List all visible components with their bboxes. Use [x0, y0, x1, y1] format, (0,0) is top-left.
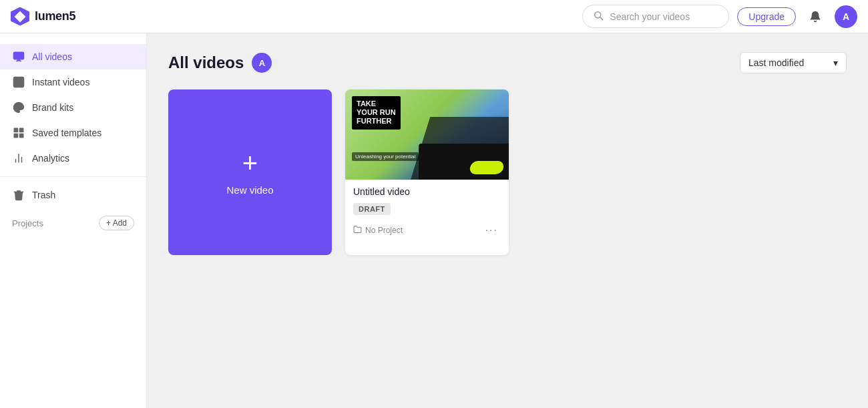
project-name: No Project	[365, 226, 403, 235]
title-row: All videos A	[168, 53, 272, 73]
sidebar-label-analytics: Analytics	[32, 153, 69, 164]
add-project-button[interactable]: + Add	[99, 216, 134, 230]
search-bar[interactable]: Search your videos	[582, 5, 729, 28]
sidebar-label-brand-kits: Brand kits	[32, 102, 73, 113]
upgrade-button[interactable]: Upgrade	[737, 7, 796, 26]
thumbnail-text: TAKEYOUR RUNFURTHER	[352, 96, 401, 130]
user-avatar[interactable]: A	[835, 5, 857, 28]
title-avatar: A	[252, 53, 272, 73]
sidebar-item-all-videos[interactable]: All videos	[0, 44, 146, 69]
sidebar-label-instant-videos: Instant videos	[32, 77, 89, 87]
app-header: lumen5 Search your videos Upgrade A	[0, 0, 868, 33]
plus-icon: +	[242, 150, 258, 176]
header-actions: Search your videos Upgrade A	[582, 5, 857, 28]
sidebar-label-saved-templates: Saved templates	[32, 128, 101, 138]
film-icon	[12, 76, 25, 88]
chevron-down-icon: ▾	[833, 57, 838, 68]
new-video-label: New video	[226, 184, 273, 196]
sidebar-label-all-videos: All videos	[32, 51, 72, 62]
more-options-button[interactable]: ···	[483, 223, 501, 238]
sidebar: All videos Instant videos Brand kits	[0, 33, 147, 408]
draft-badge: DRAFT	[353, 203, 391, 215]
video-icon	[12, 51, 25, 63]
video-info: Untitled video DRAFT No Project ···	[345, 180, 509, 246]
logo-text: lumen5	[35, 9, 75, 23]
trash-icon	[12, 189, 25, 201]
sidebar-item-instant-videos[interactable]: Instant videos	[0, 69, 146, 95]
main-header: All videos A Last modified ▾	[168, 52, 847, 73]
template-icon	[12, 127, 25, 139]
thumbnail-subtext: Unleashing your potential	[352, 152, 419, 161]
bell-icon	[809, 11, 821, 23]
notification-button[interactable]	[804, 5, 827, 28]
projects-section: Projects + Add	[0, 210, 146, 236]
sort-label: Last modified	[748, 57, 804, 68]
sidebar-item-analytics[interactable]: Analytics	[0, 146, 146, 171]
logo-area: lumen5	[11, 7, 75, 26]
new-video-card[interactable]: + New video	[168, 89, 332, 255]
no-project: No Project	[353, 225, 403, 236]
search-placeholder: Search your videos	[610, 11, 690, 22]
folder-icon	[353, 225, 362, 236]
svg-rect-14	[20, 128, 23, 132]
search-icon	[592, 9, 604, 23]
svg-rect-0	[14, 52, 24, 59]
logo-icon	[11, 7, 29, 26]
svg-rect-15	[20, 134, 23, 138]
main-content: All videos A Last modified ▾ + New video	[147, 33, 868, 408]
page-title: All videos	[168, 53, 244, 72]
video-title: Untitled video	[353, 186, 501, 197]
video-grid: + New video TAKEYOUR RUNFURTHER	[168, 89, 847, 255]
sidebar-divider	[0, 176, 146, 177]
svg-rect-13	[14, 128, 17, 132]
video-card[interactable]: TAKEYOUR RUNFURTHER Unleashing your pote…	[345, 89, 509, 255]
sidebar-item-brand-kits[interactable]: Brand kits	[0, 95, 146, 120]
sidebar-item-saved-templates[interactable]: Saved templates	[0, 120, 146, 146]
app-layout: All videos Instant videos Brand kits	[0, 33, 868, 408]
video-thumbnail: TAKEYOUR RUNFURTHER Unleashing your pote…	[345, 89, 509, 180]
palette-icon	[12, 101, 25, 114]
sidebar-label-trash: Trash	[32, 190, 55, 200]
projects-label: Projects	[12, 218, 43, 228]
video-meta: No Project ···	[353, 223, 501, 238]
analytics-icon	[12, 152, 25, 164]
svg-rect-16	[14, 134, 17, 138]
sidebar-item-trash[interactable]: Trash	[0, 182, 146, 208]
sort-dropdown[interactable]: Last modified ▾	[740, 52, 847, 73]
